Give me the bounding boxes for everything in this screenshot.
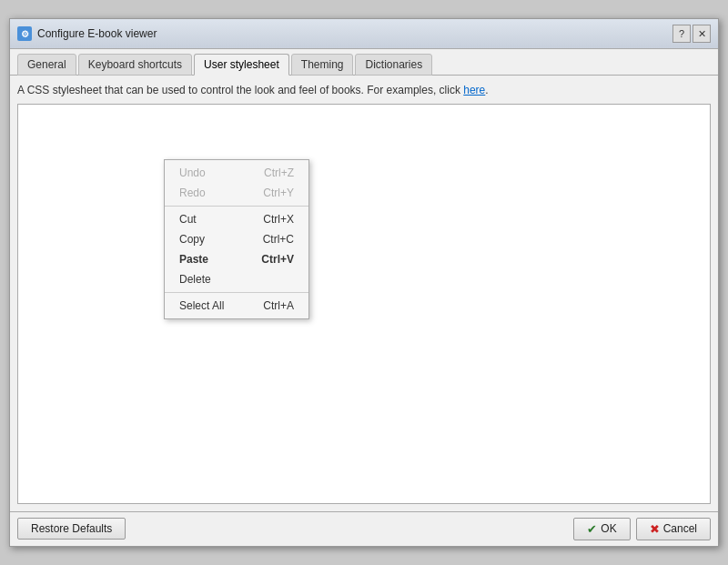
redo-shortcut: Ctrl+Y	[263, 187, 294, 199]
select-all-shortcut: Ctrl+A	[263, 299, 294, 312]
ok-icon: ✔	[587, 522, 597, 536]
here-link[interactable]: here	[463, 84, 485, 96]
help-button[interactable]: ?	[672, 25, 691, 43]
context-menu-delete[interactable]: Delete	[165, 269, 308, 289]
context-menu-undo[interactable]: Undo Ctrl+Z	[165, 163, 308, 183]
context-menu-paste[interactable]: Paste Ctrl+V	[165, 249, 308, 269]
title-bar-left: ⚙ Configure E-book viewer	[17, 26, 157, 41]
separator-2	[165, 292, 308, 293]
info-text-content: A CSS stylesheet that can be used to con…	[17, 84, 463, 96]
copy-label: Copy	[179, 233, 205, 246]
ok-label: OK	[601, 522, 616, 535]
paste-shortcut: Ctrl+V	[261, 253, 294, 266]
context-menu-redo[interactable]: Redo Ctrl+Y	[165, 183, 308, 203]
paste-label: Paste	[179, 253, 208, 266]
editor-area[interactable]: Undo Ctrl+Z Redo Ctrl+Y Cut Ctrl+X Copy …	[17, 104, 711, 504]
bottom-bar: Restore Defaults ✔ OK ✖ Cancel	[10, 511, 718, 546]
redo-label: Redo	[179, 187, 206, 199]
context-menu-copy[interactable]: Copy Ctrl+C	[165, 229, 308, 249]
restore-defaults-button[interactable]: Restore Defaults	[17, 518, 126, 540]
context-menu: Undo Ctrl+Z Redo Ctrl+Y Cut Ctrl+X Copy …	[164, 159, 309, 319]
undo-shortcut: Ctrl+Z	[264, 166, 294, 179]
title-bar-controls: ? ✕	[672, 25, 711, 43]
separator-1	[165, 206, 308, 207]
app-icon: ⚙	[17, 26, 32, 41]
cut-shortcut: Ctrl+X	[263, 213, 294, 226]
select-all-label: Select All	[179, 299, 224, 312]
cut-label: Cut	[179, 213, 197, 226]
window-title: Configure E-book viewer	[37, 27, 157, 40]
tabs-row: General Keyboard shortcuts User styleshe…	[10, 49, 718, 76]
context-menu-select-all[interactable]: Select All Ctrl+A	[165, 296, 308, 316]
tab-keyboard-shortcuts[interactable]: Keyboard shortcuts	[78, 54, 192, 76]
cancel-icon: ✖	[650, 522, 660, 536]
close-button[interactable]: ✕	[693, 25, 711, 43]
delete-label: Delete	[179, 273, 211, 286]
bottom-right-buttons: ✔ OK ✖ Cancel	[573, 518, 711, 540]
info-text: A CSS stylesheet that can be used to con…	[17, 83, 711, 98]
content-area: A CSS stylesheet that can be used to con…	[10, 76, 718, 511]
tab-general[interactable]: General	[17, 54, 76, 76]
cancel-label: Cancel	[663, 522, 697, 535]
dialog-window: ⚙ Configure E-book viewer ? ✕ General Ke…	[9, 18, 719, 547]
tab-user-stylesheet[interactable]: User stylesheet	[194, 54, 289, 76]
ok-button[interactable]: ✔ OK	[573, 518, 630, 540]
title-bar: ⚙ Configure E-book viewer ? ✕	[10, 19, 718, 49]
cancel-button[interactable]: ✖ Cancel	[636, 518, 711, 540]
tab-theming[interactable]: Theming	[291, 54, 354, 76]
undo-label: Undo	[179, 166, 206, 179]
context-menu-cut[interactable]: Cut Ctrl+X	[165, 209, 308, 229]
tab-dictionaries[interactable]: Dictionaries	[355, 54, 432, 76]
copy-shortcut: Ctrl+C	[263, 233, 294, 246]
